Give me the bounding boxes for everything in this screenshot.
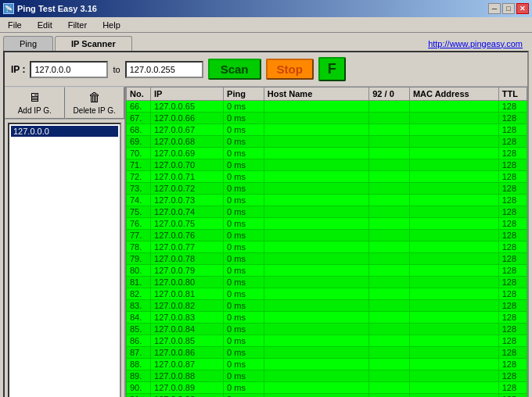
table-row[interactable]: 72.127.0.0.710 ms128 [127, 171, 527, 183]
cell-mac [409, 359, 498, 370]
cell-mac [409, 136, 498, 148]
cell-mac [409, 241, 498, 253]
cell-no: 67. [127, 113, 151, 124]
ip-label: IP : [11, 64, 25, 75]
minimize-button[interactable]: ─ [488, 3, 501, 14]
table-row[interactable]: 91.127.0.0.900 ms128 [127, 394, 527, 398]
cell-count [369, 113, 410, 124]
title-controls: ─ □ ✕ [488, 3, 529, 14]
table-row[interactable]: 90.127.0.0.890 ms128 [127, 382, 527, 394]
table-row[interactable]: 71.127.0.0.700 ms128 [127, 159, 527, 171]
cell-ttl: 128 [498, 347, 527, 359]
table-row[interactable]: 79.127.0.0.780 ms128 [127, 253, 527, 265]
tab-ip-scanner[interactable]: IP Scanner [55, 36, 132, 51]
scroll-wrapper[interactable]: No. IP Ping Host Name 92 / 0 MAC Address… [126, 87, 527, 397]
table-row[interactable]: 77.127.0.0.760 ms128 [127, 230, 527, 241]
ip-group-list[interactable]: 127.0.0.0 [8, 123, 121, 397]
cell-ttl: 128 [498, 359, 527, 370]
cell-ttl: 128 [498, 300, 527, 312]
table-row[interactable]: 83.127.0.0.820 ms128 [127, 300, 527, 312]
col-header-ttl: TTL [498, 88, 527, 101]
menu-help[interactable]: Help [98, 19, 125, 31]
cell-host [264, 300, 368, 312]
table-row[interactable]: 81.127.0.0.800 ms128 [127, 277, 527, 288]
add-ip-group-button[interactable]: 🖥 Add IP G. [5, 87, 65, 119]
table-row[interactable]: 88.127.0.0.870 ms128 [127, 359, 527, 370]
cell-mac [409, 370, 498, 382]
cell-count [369, 136, 410, 148]
f-button[interactable]: F [318, 57, 346, 81]
cell-host [264, 101, 368, 113]
cell-host [264, 335, 368, 347]
cell-ping: 0 ms [224, 359, 264, 370]
menu-edit[interactable]: Edit [33, 19, 57, 31]
cell-mac [409, 312, 498, 324]
scanner-toolbar: IP : to Scan Stop F [5, 52, 527, 87]
cell-count [369, 370, 410, 382]
cell-ping: 0 ms [224, 218, 264, 230]
cell-ping: 0 ms [224, 148, 264, 159]
cell-count [369, 206, 410, 218]
cell-ping: 0 ms [224, 230, 264, 241]
table-row[interactable]: 74.127.0.0.730 ms128 [127, 195, 527, 206]
cell-ping: 0 ms [224, 136, 264, 148]
table-row[interactable]: 84.127.0.0.830 ms128 [127, 312, 527, 324]
cell-ttl: 128 [498, 230, 527, 241]
table-row[interactable]: 73.127.0.0.720 ms128 [127, 183, 527, 195]
cell-host [264, 171, 368, 183]
cell-no: 90. [127, 382, 151, 394]
table-row[interactable]: 82.127.0.0.810 ms128 [127, 288, 527, 300]
table-row[interactable]: 78.127.0.0.770 ms128 [127, 241, 527, 253]
col-header-no: No. [127, 88, 151, 101]
table-row[interactable]: 66.127.0.0.650 ms128 [127, 101, 527, 113]
menu-file[interactable]: File [3, 19, 27, 31]
cell-no: 78. [127, 241, 151, 253]
cell-ping: 0 ms [224, 347, 264, 359]
table-header: No. IP Ping Host Name 92 / 0 MAC Address… [127, 88, 527, 101]
cell-host [264, 159, 368, 171]
maximize-button[interactable]: □ [502, 3, 515, 14]
cell-host [264, 370, 368, 382]
cell-ping: 0 ms [224, 253, 264, 265]
tab-ping[interactable]: Ping [3, 36, 53, 51]
cell-ip: 127.0.0.88 [151, 370, 224, 382]
table-row[interactable]: 76.127.0.0.750 ms128 [127, 218, 527, 230]
table-row[interactable]: 69.127.0.0.680 ms128 [127, 136, 527, 148]
list-item[interactable]: 127.0.0.0 [11, 126, 118, 137]
table-row[interactable]: 85.127.0.0.840 ms128 [127, 324, 527, 335]
ip-end-input[interactable] [125, 61, 203, 78]
cell-host [264, 241, 368, 253]
table-row[interactable]: 89.127.0.0.880 ms128 [127, 370, 527, 382]
menu-filter[interactable]: Filter [63, 19, 92, 31]
cell-ip: 127.0.0.80 [151, 277, 224, 288]
scan-button[interactable]: Scan [208, 59, 261, 80]
website-link[interactable]: http://www.pingeasy.com [428, 39, 529, 48]
cell-ip: 127.0.0.90 [151, 394, 224, 398]
table-row[interactable]: 86.127.0.0.850 ms128 [127, 335, 527, 347]
cell-ip: 127.0.0.83 [151, 312, 224, 324]
close-button[interactable]: ✕ [516, 3, 529, 14]
cell-mac [409, 159, 498, 171]
cell-host [264, 347, 368, 359]
cell-count [369, 230, 410, 241]
cell-ttl: 128 [498, 277, 527, 288]
table-row[interactable]: 80.127.0.0.790 ms128 [127, 265, 527, 277]
table-row[interactable]: 70.127.0.0.690 ms128 [127, 148, 527, 159]
delete-ip-group-button[interactable]: 🗑 Delete IP G. [65, 87, 125, 119]
cell-host [264, 288, 368, 300]
cell-count [369, 359, 410, 370]
table-row[interactable]: 75.127.0.0.740 ms128 [127, 206, 527, 218]
ip-start-input[interactable] [30, 61, 108, 78]
cell-ttl: 128 [498, 148, 527, 159]
table-row[interactable]: 67.127.0.0.660 ms128 [127, 113, 527, 124]
cell-count [369, 277, 410, 288]
cell-no: 73. [127, 183, 151, 195]
table-row[interactable]: 87.127.0.0.860 ms128 [127, 347, 527, 359]
cell-ip: 127.0.0.74 [151, 206, 224, 218]
cell-count [369, 324, 410, 335]
table-row[interactable]: 68.127.0.0.670 ms128 [127, 124, 527, 136]
cell-ping: 0 ms [224, 382, 264, 394]
cell-ttl: 128 [498, 218, 527, 230]
stop-button[interactable]: Stop [266, 59, 314, 80]
title-text: Ping Test Easy 3.16 [17, 4, 97, 13]
